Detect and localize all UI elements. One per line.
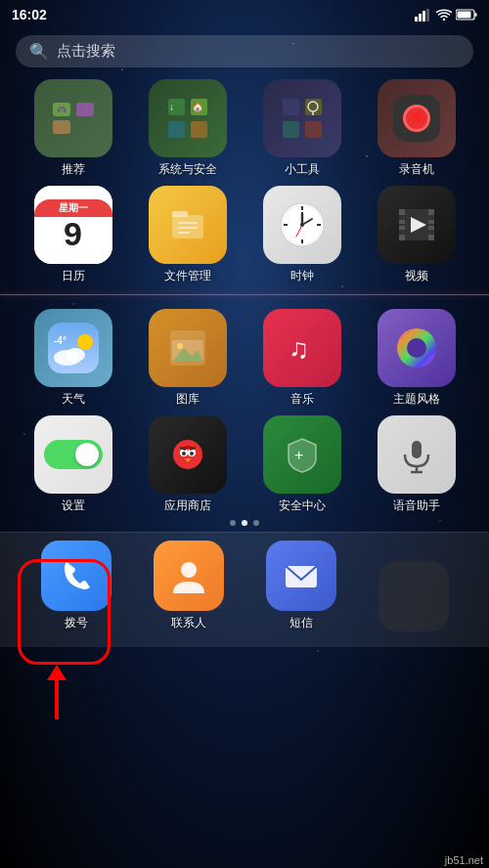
signal-icon [415,9,432,22]
app-label-theme: 主题风格 [393,391,440,408]
search-icon: 🔍 [29,42,49,61]
svg-point-37 [300,223,304,227]
dot-2 [242,520,247,526]
svg-rect-41 [399,235,405,240]
app-label-gallery: 图库 [176,391,200,408]
dock: 拨号 联系人 短信 [0,532,489,647]
svg-rect-1 [419,14,422,22]
app-section-row1: 🎮 推荐 ↓ 🏠 系统与安全 [0,79,489,178]
dock-item-mail[interactable]: 短信 [266,541,336,631]
app-label-tools: 小工具 [285,161,320,178]
dock-item-phone[interactable]: 拨号 [41,541,111,631]
search-bar[interactable]: 🔍 点击搜索 [16,35,473,67]
app-item-gallery[interactable]: 图库 [132,309,243,408]
svg-rect-3 [426,9,429,22]
page-dots [0,514,489,532]
svg-point-60 [173,440,202,469]
svg-point-59 [407,338,426,358]
app-icon-settings [34,415,112,494]
app-item-theme[interactable]: 主题风格 [361,309,471,408]
svg-rect-45 [399,226,405,230]
svg-text:+: + [294,447,303,463]
svg-rect-9 [53,120,70,134]
app-label-weather: 天气 [62,391,85,408]
app-icon-recommend: 🎮 [34,79,112,157]
svg-rect-8 [76,103,94,116]
svg-rect-46 [428,226,434,230]
section-divider [0,294,489,295]
app-label-recommend: 推荐 [62,161,85,178]
app-item-security2[interactable]: + 安全中心 [246,415,357,514]
app-label-calendar: 日历 [62,268,85,284]
dock-label-phone: 拨号 [65,615,88,631]
svg-rect-20 [305,121,322,138]
dock-label-contacts: 联系人 [171,615,206,631]
app-item-recorder[interactable]: 录音机 [361,79,471,178]
svg-rect-19 [283,121,299,138]
status-bar: 16:02 [0,0,489,27]
app-item-calendar[interactable]: 星期一 9 日历 [18,186,128,284]
app-label-recorder: 录音机 [399,161,434,178]
app-icon-security: ↓ 🏠 [149,79,227,157]
app-item-settings[interactable]: 设置 [18,415,128,514]
app-label-files: 文件管理 [164,268,211,284]
svg-rect-5 [458,12,471,19]
app-grid-row4: 设置 [10,415,479,514]
svg-rect-23 [172,215,203,239]
app-section-row3: -4° 天气 [0,305,489,408]
app-icon-music: ♫ [263,309,341,387]
dot-1 [230,520,236,526]
dot-3 [253,520,259,526]
svg-rect-13 [168,121,185,138]
app-item-weather[interactable]: -4° 天气 [18,309,128,408]
wifi-icon [436,9,452,22]
app-item-video[interactable]: 视频 [361,186,471,284]
screen: 16:02 🔍 点 [0,0,489,868]
app-item-files[interactable]: 文件管理 [132,186,243,284]
svg-rect-42 [428,235,434,240]
svg-text:-4°: -4° [54,335,67,346]
svg-point-52 [66,348,85,362]
app-item-tools[interactable]: 小工具 [246,79,357,178]
svg-text:♫: ♫ [289,333,309,364]
app-grid-row1: 🎮 推荐 ↓ 🏠 系统与安全 [10,79,479,178]
dock-item-extra [378,561,449,631]
svg-rect-14 [191,121,207,138]
app-icon-calendar: 星期一 9 [34,186,112,264]
app-label-voice: 语音助手 [393,498,440,514]
watermark: jb51.net [439,852,489,868]
app-grid-row3: -4° 天气 [10,309,479,408]
svg-rect-43 [399,220,405,224]
dock-icon-mail [266,541,336,611]
svg-point-49 [77,334,93,350]
svg-point-63 [182,452,186,456]
svg-rect-44 [428,220,434,224]
svg-rect-69 [412,441,422,458]
svg-rect-2 [422,11,425,22]
app-icon-files [149,186,227,264]
app-item-recommend[interactable]: 🎮 推荐 [18,79,128,178]
app-item-music[interactable]: ♫ 音乐 [246,309,357,408]
app-item-appstore[interactable]: 应用商店 [132,415,243,514]
app-label-appstore: 应用商店 [164,498,211,514]
app-section-row2: 星期一 9 日历 文件管理 [0,178,489,284]
app-item-voice[interactable]: 语音助手 [361,415,471,514]
app-icon-clock [263,186,341,264]
svg-text:↓: ↓ [169,102,174,112]
dock-icon-phone [41,541,111,611]
app-icon-appstore [149,415,227,494]
app-icon-security2: + [263,415,341,494]
dock-label-mail: 短信 [289,615,313,631]
dock-icon-extra [378,561,449,631]
app-icon-weather: -4° [34,309,112,387]
dock-item-contacts[interactable]: 联系人 [154,541,224,631]
svg-rect-17 [283,99,299,115]
app-icon-recorder [378,79,456,157]
app-item-security[interactable]: ↓ 🏠 系统与安全 [132,79,243,178]
app-label-music: 音乐 [290,391,314,408]
app-item-clock[interactable]: 时钟 [246,186,357,284]
search-placeholder: 点击搜索 [57,42,115,61]
status-time: 16:02 [12,7,47,22]
svg-rect-48 [48,323,99,373]
app-label-security2: 安全中心 [279,498,326,514]
